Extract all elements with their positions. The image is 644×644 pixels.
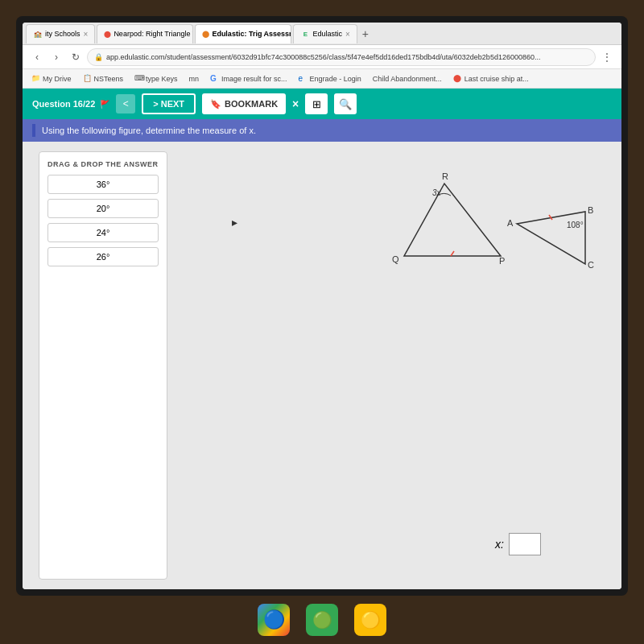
url-bar[interactable]: 🔒 app.edulastic.com/student/assessment/6…: [87, 48, 596, 66]
app3-logo: 🟡: [361, 610, 381, 630]
nav-buttons: ‹ › ↻: [29, 49, 84, 65]
answer-input-container: x:: [495, 533, 541, 555]
answer-choices-panel: DRAG & DROP THE ANSWER 36° 20° 24° 26°: [39, 151, 167, 580]
answer-option-1[interactable]: 36°: [47, 175, 159, 194]
reload-button[interactable]: ↻: [68, 49, 84, 65]
screen-bezel: 🏫 ity Schools × ⬤ Nearpod: Right Triangl…: [16, 16, 628, 596]
bookmark-mn[interactable]: mn: [187, 74, 202, 84]
google-icon: G: [210, 74, 220, 84]
typekeys-icon: ⌨: [134, 74, 144, 84]
svg-text:C: C: [588, 260, 594, 270]
tab-nearpod[interactable]: ⬤ Nearpod: Right Triangle Trig | Sc... ×: [97, 24, 193, 43]
folder-icon: 📁: [31, 74, 41, 84]
tab-icon-city: 🏫: [33, 29, 43, 39]
svg-text:R: R: [442, 171, 448, 181]
question-counter: Question 16/22 🚩: [32, 99, 109, 109]
tab-close-city[interactable]: ×: [84, 30, 89, 39]
svg-text:B: B: [588, 205, 593, 215]
question-body: DRAG & DROP THE ANSWER 36° 20° 24° 26°: [23, 142, 621, 589]
chrome-logo: 🔵: [263, 609, 285, 630]
back-button[interactable]: ‹: [29, 49, 45, 65]
grid-icon-button[interactable]: ⊞: [305, 93, 328, 114]
bookmark-cruise[interactable]: ⬤ Last cruise ship at...: [451, 73, 531, 85]
forward-button[interactable]: ›: [48, 49, 64, 65]
browser-tabs: 🏫 ity Schools × ⬤ Nearpod: Right Triangl…: [23, 23, 621, 45]
svg-text:108°: 108°: [567, 221, 584, 229]
answer-label: x:: [495, 538, 504, 551]
engrade-icon: e: [299, 74, 308, 84]
geometry-figure: R Q P 3x: [340, 167, 597, 328]
bookmark-button[interactable]: 🔖 BOOKMARK: [202, 93, 286, 114]
browser-window: 🏫 ity Schools × ⬤ Nearpod: Right Triangl…: [23, 23, 621, 589]
tab-icon-nearpod: ⬤: [104, 29, 111, 39]
bookmark-engrade[interactable]: e Engrade - Login: [296, 73, 364, 85]
close-toolbar-button[interactable]: ×: [292, 97, 299, 110]
svg-text:3x: 3x: [432, 188, 442, 197]
bookmark-child[interactable]: Child Abandonment...: [370, 74, 444, 84]
settings-button[interactable]: ⋮: [599, 49, 615, 65]
tab-icon-e: E: [300, 29, 310, 39]
search-icon: 🔍: [339, 98, 352, 110]
app2-logo: 🟢: [312, 610, 332, 630]
bookmark-icon: 🔖: [210, 99, 221, 109]
tab-icon-edulastic: ⬤: [202, 29, 209, 39]
chrome-icon[interactable]: 🔵: [258, 604, 290, 636]
svg-text:Q: Q: [392, 254, 399, 264]
cruise-icon: ⬤: [453, 74, 463, 84]
tab-city-schools[interactable]: 🏫 ity Schools ×: [26, 24, 95, 43]
bookmarks-bar: 📁 My Drive 📋 NSTeens ⌨ type Keys mn G Im…: [23, 69, 621, 89]
drag-drop-label: DRAG & DROP THE ANSWER: [47, 160, 159, 168]
question-text: Using the following figure, determine th…: [42, 126, 256, 135]
cursor-pointer: ▸: [232, 216, 237, 229]
bookmark-google[interactable]: G Image result for sc...: [208, 73, 290, 85]
taskbar-dock: 🔵 🟢 🟡: [0, 596, 644, 644]
svg-line-1: [451, 251, 454, 256]
bookmark-my-drive[interactable]: 📁 My Drive: [29, 73, 74, 85]
next-question-button[interactable]: > NEXT: [142, 93, 196, 114]
flag-icon: 🚩: [100, 100, 109, 109]
question-bar-accent: [32, 124, 35, 137]
answer-option-3[interactable]: 24°: [47, 223, 159, 242]
search-icon-button[interactable]: 🔍: [334, 93, 357, 114]
svg-text:A: A: [507, 218, 514, 228]
figure-area: ▸ R Q P 3x: [184, 151, 605, 580]
main-content: Using the following figure, determine th…: [23, 119, 621, 589]
edu-toolbar: Question 16/22 🚩 < > NEXT 🔖 BOOKMARK × ⊞…: [23, 89, 621, 119]
answer-option-4[interactable]: 26°: [47, 247, 159, 266]
drag-drop-container: DRAG & DROP THE ANSWER 36° 20° 24° 26°: [39, 151, 605, 580]
grid-icon: ⊞: [312, 98, 321, 110]
answer-input-box[interactable]: [509, 533, 541, 555]
svg-marker-0: [404, 184, 501, 256]
nsteens-icon: 📋: [83, 74, 93, 84]
tab-close-e[interactable]: ×: [345, 30, 350, 39]
svg-marker-6: [517, 212, 585, 264]
bookmark-typekeys[interactable]: ⌨ type Keys: [132, 73, 180, 85]
question-banner: Using the following figure, determine th…: [23, 119, 621, 142]
tab-edulastic2[interactable]: E Edulastic ×: [293, 24, 357, 43]
answer-option-2[interactable]: 20°: [47, 199, 159, 218]
bookmark-nsteens[interactable]: 📋 NSTeens: [80, 73, 126, 85]
address-bar: ‹ › ↻ 🔒 app.edulastic.com/student/assess…: [23, 45, 621, 69]
tab-edulastic-active[interactable]: ⬤ Edulastic: Trig Assessment | Sch... ×: [195, 24, 291, 43]
new-tab-button[interactable]: +: [362, 27, 369, 40]
app3-dock-icon[interactable]: 🟡: [354, 604, 386, 636]
svg-text:P: P: [499, 256, 505, 266]
prev-question-button[interactable]: <: [116, 94, 135, 114]
app2-dock-icon[interactable]: 🟢: [306, 604, 338, 636]
